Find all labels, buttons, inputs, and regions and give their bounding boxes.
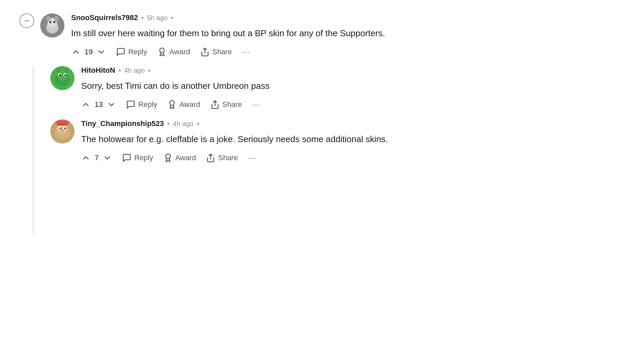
top-reply-button[interactable]: Reply <box>116 47 147 57</box>
reply-2-reply-button[interactable]: Reply <box>122 153 153 163</box>
reply-2-vote-count: 7 <box>95 154 99 162</box>
reply-1-award-button[interactable]: Award <box>167 100 200 109</box>
reply-1-header: HitoHitoN • 4h ago • <box>81 66 483 75</box>
reply-1-downvote-button[interactable] <box>107 100 116 109</box>
reply-1-more-button[interactable]: ··· <box>252 100 261 109</box>
reply-1-reply-button[interactable]: Reply <box>126 100 157 109</box>
reply-1-reply-label: Reply <box>138 100 157 109</box>
reply-2-upvote-button[interactable] <box>81 153 91 163</box>
collapse-button[interactable] <box>19 13 34 28</box>
svg-point-18 <box>65 68 68 73</box>
svg-point-4 <box>49 21 51 23</box>
top-timestamp: 5h ago <box>147 14 167 22</box>
reply-1-upvote-button[interactable] <box>81 100 91 109</box>
reply-2-dot: • <box>167 120 170 128</box>
svg-point-27 <box>64 128 66 129</box>
reply-2-header: Tiny_Championship523 • 4h ago • <box>81 119 483 128</box>
top-comment-actions: 19 Reply Award <box>71 47 483 57</box>
reply-2-reply-label: Reply <box>134 154 153 162</box>
svg-point-16 <box>64 74 66 76</box>
top-award-label: Award <box>169 48 190 56</box>
reply-2-text: The holowear for e.g. cleffable is a jok… <box>81 133 483 146</box>
reply-1-vote-group: 13 <box>81 100 116 109</box>
top-vote-group: 19 <box>71 47 106 57</box>
top-comment-header: SnooSquirrels7982 • 5h ago • <box>71 13 483 22</box>
svg-point-28 <box>61 130 63 131</box>
thread-line <box>33 66 34 234</box>
top-left-col <box>13 13 40 28</box>
reply-2-timestamp: 4h ago <box>173 120 194 128</box>
reply-1-award-label: Award <box>179 100 200 109</box>
thread-line-col <box>13 66 40 234</box>
reply-2-vote-group: 7 <box>81 153 112 163</box>
reply-2-share-label: Share <box>218 154 238 162</box>
reply-1-share-label: Share <box>222 100 242 109</box>
top-share-button[interactable]: Share <box>200 47 232 57</box>
reply-2-share-button[interactable]: Share <box>206 153 238 163</box>
top-reply-label: Reply <box>128 48 147 56</box>
reply-1-vote-count: 13 <box>95 100 103 109</box>
reply-2-downvote-button[interactable] <box>103 153 112 163</box>
top-downvote-button[interactable] <box>97 47 106 57</box>
reply-2-actions: 7 Reply Award <box>81 153 483 163</box>
reply-1-timestamp: 4h ago <box>124 67 145 74</box>
svg-point-17 <box>57 68 60 73</box>
avatar-snoo <box>40 13 64 38</box>
svg-point-30 <box>55 120 70 124</box>
top-award-button[interactable]: Award <box>157 47 190 57</box>
reply-1-dot: • <box>118 67 121 74</box>
reply-2-award-button[interactable]: Award <box>163 153 196 163</box>
replies-section: HitoHitoN • 4h ago • Sorry, best Timi ca… <box>13 66 483 234</box>
top-dot: • <box>141 14 144 22</box>
reply-2-award-label: Award <box>175 154 196 162</box>
top-upvote-button[interactable] <box>71 47 80 57</box>
reply-1-body: HitoHitoN • 4h ago • Sorry, best Timi ca… <box>81 66 483 109</box>
reply-1-actions: 13 Reply Award <box>81 100 483 109</box>
top-comment: SnooSquirrels7982 • 5h ago • Im still ov… <box>40 13 483 57</box>
comment-thread: SnooSquirrels7982 • 5h ago • Im still ov… <box>13 13 483 234</box>
reply-2-more-button[interactable]: ··· <box>248 153 257 163</box>
reply-1-share-button[interactable]: Share <box>210 100 242 109</box>
svg-point-6 <box>46 16 50 21</box>
reply-2-body: Tiny_Championship523 • 4h ago • The holo… <box>81 119 483 163</box>
avatar-hito <box>50 66 74 90</box>
top-comment-row: SnooSquirrels7982 • 5h ago • Im still ov… <box>13 13 483 63</box>
svg-point-7 <box>54 16 58 21</box>
top-comment-text: Im still over here waiting for them to b… <box>71 27 483 40</box>
reply-1-text: Sorry, best Timi can do is another Umbre… <box>81 79 483 93</box>
reply-2-username: Tiny_Championship523 <box>81 119 164 128</box>
svg-point-5 <box>53 21 55 23</box>
top-share-label: Share <box>212 48 232 56</box>
svg-point-26 <box>60 128 61 129</box>
avatar-tiny <box>50 119 74 143</box>
top-username: SnooSquirrels7982 <box>71 13 138 22</box>
replies-container: HitoHitoN • 4h ago • Sorry, best Timi ca… <box>40 66 483 234</box>
reply-2-row: Tiny_Championship523 • 4h ago • The holo… <box>50 119 483 163</box>
reply-1-row: HitoHitoN • 4h ago • Sorry, best Timi ca… <box>50 66 483 109</box>
top-vote-count: 19 <box>85 48 93 56</box>
svg-point-15 <box>59 74 61 76</box>
reply-1-username: HitoHitoN <box>81 66 115 75</box>
top-more-button[interactable]: ··· <box>242 47 251 57</box>
top-comment-body: SnooSquirrels7982 • 5h ago • Im still ov… <box>71 13 483 57</box>
